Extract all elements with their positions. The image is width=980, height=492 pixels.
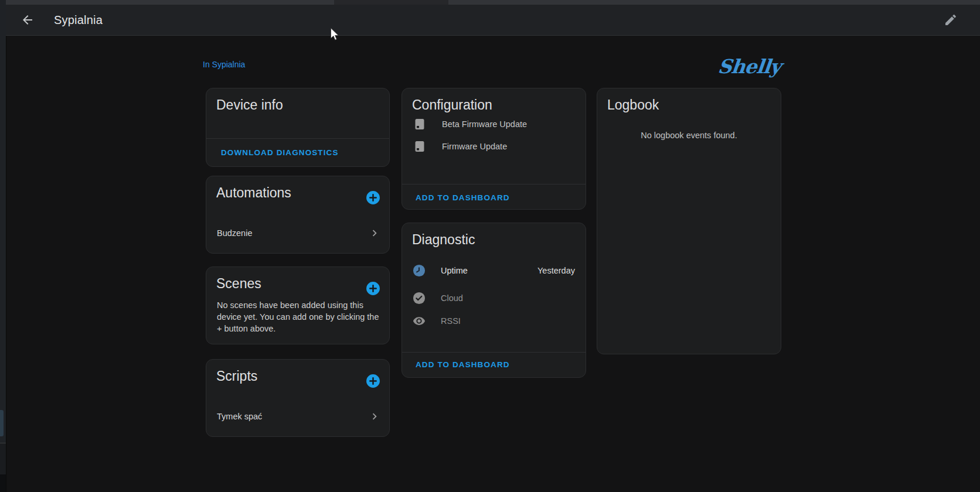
add-to-dashboard-button[interactable]: ADD TO DASHBOARD — [416, 360, 510, 369]
add-script-plus-icon[interactable] — [366, 374, 380, 388]
app-bar: Sypialnia — [6, 5, 980, 36]
rail-lower — [0, 443, 6, 474]
clock-icon — [413, 264, 426, 277]
firmware-icon — [413, 117, 427, 131]
card-divider — [206, 138, 389, 139]
area-link[interactable]: In Sypialnia — [203, 60, 245, 69]
eye-icon — [413, 315, 426, 327]
add-automation-plus-icon[interactable] — [366, 190, 380, 205]
scenes-card: Scenes No scenes have been added using t… — [206, 266, 390, 344]
firmware-icon — [413, 139, 427, 153]
beta-firmware-update-row[interactable]: Beta Firmware Update — [402, 114, 586, 134]
automation-list-item[interactable]: Budzenie — [206, 221, 389, 245]
device-page: Sypialnia In Sypialnia Shelly Device inf… — [0, 0, 980, 492]
back-arrow-icon[interactable] — [21, 13, 35, 27]
device-info-card: Device info DOWNLOAD DIAGNOSTICS — [206, 88, 390, 167]
script-label: Tymek spać — [217, 412, 262, 421]
card-title: Logbook — [607, 97, 659, 113]
scenes-empty-text: No scenes have been added using this dev… — [217, 299, 382, 334]
card-title: Device info — [216, 97, 283, 113]
add-to-dashboard-button[interactable]: ADD TO DASHBOARD — [416, 193, 510, 202]
firmware-update-row[interactable]: Firmware Update — [402, 136, 586, 156]
row-label: Uptime — [441, 266, 468, 275]
card-divider — [402, 184, 586, 184]
row-value: Yesterday — [537, 266, 575, 275]
chevron-right-icon — [368, 410, 381, 423]
rssi-row[interactable]: RSSI — [402, 312, 586, 330]
left-rail — [0, 0, 6, 492]
card-title: Diagnostic — [412, 232, 475, 248]
row-label: Beta Firmware Update — [442, 119, 527, 129]
scripts-card: Scripts Tymek spać — [206, 359, 390, 437]
uptime-row[interactable]: Uptime Yesterday — [402, 262, 586, 279]
rail-indicator — [0, 410, 4, 436]
automation-label: Budzenie — [217, 228, 252, 238]
shelly-logo: Shelly — [690, 55, 782, 78]
row-label: Cloud — [441, 293, 463, 303]
download-diagnostics-button[interactable]: DOWNLOAD DIAGNOSTICS — [221, 148, 339, 157]
card-title: Scenes — [216, 276, 261, 292]
check-circle-icon — [413, 292, 426, 305]
rail-bottom — [0, 474, 6, 492]
cloud-row[interactable]: Cloud — [402, 289, 586, 307]
chevron-right-icon — [368, 227, 381, 240]
edit-pencil-icon[interactable] — [944, 13, 958, 27]
script-list-item[interactable]: Tymek spać — [206, 404, 389, 429]
add-scene-plus-icon[interactable] — [366, 281, 380, 296]
row-label: Firmware Update — [442, 142, 507, 151]
card-title: Automations — [216, 185, 291, 201]
card-title: Scripts — [216, 368, 257, 384]
page-title: Sypialnia — [54, 5, 103, 35]
logbook-card: Logbook No logbook events found. — [597, 88, 781, 354]
window-top-strip — [6, 0, 980, 5]
window-strip-segment — [334, 0, 448, 5]
logbook-empty-text: No logbook events found. — [597, 129, 781, 141]
configuration-card: Configuration Beta Firmware Update Firmw… — [401, 88, 586, 210]
diagnostic-card: Diagnostic Uptime Yesterday Cloud RSSI A… — [401, 223, 586, 378]
card-title: Configuration — [412, 97, 492, 113]
row-label: RSSI — [441, 316, 461, 326]
automations-card: Automations Budzenie — [206, 176, 390, 254]
card-divider — [402, 352, 586, 353]
